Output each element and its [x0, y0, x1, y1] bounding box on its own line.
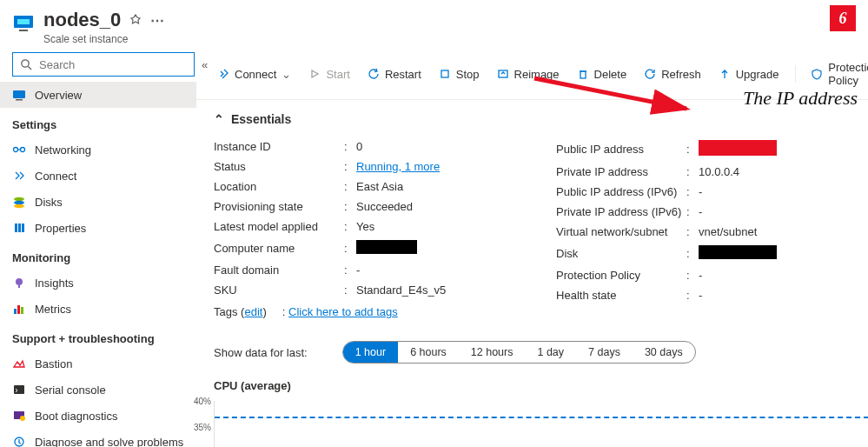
stop-icon — [439, 68, 451, 80]
pubip-value — [699, 140, 868, 158]
instance-id-value: 0 — [356, 140, 539, 153]
shield-icon — [811, 68, 823, 80]
vnet-label: Virtual network/subnet — [556, 225, 686, 238]
restart-button[interactable]: Restart — [361, 64, 428, 84]
connect-icon — [12, 169, 26, 183]
sidebar-item-metrics[interactable]: Metrics — [0, 296, 196, 322]
vm-icon — [12, 88, 26, 102]
privip-label: Private IP address — [556, 165, 686, 178]
cpu-chart[interactable]: 30%35%40% — [214, 401, 868, 447]
sidebar-item-label: Insights — [35, 277, 74, 290]
prov-state-value: Succeeded — [356, 200, 539, 213]
sidebar-item-connect[interactable]: Connect — [0, 163, 196, 189]
chevron-down-icon: ⌄ — [282, 68, 291, 81]
disk-value — [699, 245, 868, 262]
network-icon — [12, 143, 26, 157]
computer-name-label: Computer name — [214, 242, 344, 255]
stop-button[interactable]: Stop — [432, 64, 487, 84]
insights-icon — [12, 276, 26, 290]
tags-edit-link[interactable]: edit — [244, 305, 262, 318]
play-icon — [308, 68, 321, 80]
bastion-icon — [12, 357, 26, 370]
svg-rect-21 — [14, 385, 24, 394]
toolbar-separator — [795, 65, 796, 83]
svg-rect-14 — [18, 224, 21, 232]
health-label: Health state — [556, 289, 686, 302]
svg-point-12 — [14, 204, 24, 208]
upgrade-button[interactable]: Upgrade — [712, 64, 786, 84]
refresh-button[interactable]: Refresh — [637, 64, 708, 84]
sidebar-item-label: Networking — [35, 143, 91, 157]
health-value: - — [699, 289, 868, 302]
sidebar-item-diagnose-problems[interactable]: Diagnose and solve problems — [0, 429, 196, 447]
tags-row: Tags (edit) : Click here to add tags — [214, 300, 539, 318]
sidebar-section-monitoring: Monitoring — [0, 241, 196, 270]
essentials-toggle[interactable]: ⌃ Essentials — [214, 112, 868, 126]
sidebar-item-label: Overview — [35, 89, 82, 102]
protection-policy-button[interactable]: Protection Policy — [804, 57, 868, 90]
boot-diag-icon — [12, 409, 26, 423]
time-range-option[interactable]: 6 hours — [398, 342, 459, 363]
chart-series-line — [215, 417, 868, 418]
disk-label: Disk — [556, 247, 686, 260]
sidebar-item-insights[interactable]: Insights — [0, 270, 196, 296]
sidebar-section-settings: Settings — [0, 108, 196, 137]
sidebar-item-label: Boot diagnostics — [35, 410, 117, 423]
metrics-icon — [12, 302, 26, 316]
diagnose-icon — [12, 435, 26, 447]
time-range-option[interactable]: 1 day — [525, 342, 576, 363]
time-range-option[interactable]: 12 hours — [459, 342, 526, 363]
pubip6-value: - — [699, 185, 868, 198]
sidebar-item-label: Connect — [35, 170, 76, 183]
svg-rect-6 — [16, 99, 23, 101]
sidebar-search[interactable] — [12, 52, 195, 77]
sidebar-item-serial-console[interactable]: Serial console — [0, 377, 196, 403]
sidebar-item-label: Serial console — [35, 384, 106, 397]
tags-add-link[interactable]: Click here to add tags — [288, 305, 398, 318]
fault-domain-label: Fault domain — [214, 264, 344, 277]
time-range-option[interactable]: 30 days — [633, 342, 695, 363]
protpol-label: Protection Policy — [556, 269, 686, 282]
time-range-option[interactable]: 7 days — [576, 342, 633, 363]
svg-rect-20 — [21, 307, 23, 314]
annotation-text: The IP address — [743, 87, 858, 110]
delete-button[interactable]: Delete — [570, 64, 634, 84]
svg-rect-13 — [15, 224, 17, 232]
main-content: Connect ⌄ Start Restart Stop Reimage — [196, 52, 868, 447]
essentials-section: ⌃ Essentials Instance ID:0 Status:Runnin… — [196, 100, 868, 327]
sidebar-item-overview[interactable]: Overview — [0, 82, 196, 108]
sidebar-item-label: Diagnose and solve problems — [35, 436, 183, 448]
sidebar-item-label: Metrics — [35, 303, 71, 316]
sidebar-item-boot-diagnostics[interactable]: Boot diagnostics — [0, 403, 196, 429]
protpol-value: - — [699, 269, 868, 282]
y-tick-label: 35% — [194, 423, 211, 432]
start-button[interactable]: Start — [301, 64, 356, 84]
status-value[interactable]: Running, 1 more — [356, 160, 539, 173]
sidebar-item-disks[interactable]: Disks — [0, 189, 196, 215]
svg-rect-2 — [19, 30, 28, 31]
time-range-row: Show data for last: 1 hour6 hours12 hour… — [196, 327, 868, 370]
privip-value: 10.0.0.4 — [699, 165, 868, 178]
chart-title: CPU (average) — [214, 379, 868, 392]
privip6-label: Private IP address (IPv6) — [556, 205, 686, 218]
connect-button[interactable]: Connect ⌄ — [210, 64, 298, 84]
location-value: East Asia — [356, 180, 539, 193]
svg-point-10 — [14, 197, 24, 201]
time-range-option[interactable]: 1 hour — [343, 342, 398, 363]
search-input[interactable] — [37, 57, 187, 72]
svg-rect-27 — [441, 70, 448, 77]
svg-point-7 — [14, 148, 18, 152]
model-applied-value: Yes — [356, 220, 539, 233]
plug-icon — [217, 68, 229, 80]
reimage-button[interactable]: Reimage — [490, 64, 567, 84]
sidebar-item-properties[interactable]: Properties — [0, 215, 196, 241]
svg-rect-18 — [14, 309, 17, 314]
pin-icon[interactable] — [129, 9, 142, 31]
more-icon[interactable]: ⋯ — [150, 12, 164, 29]
cpu-chart-block: CPU (average) 30%35%40% — [196, 370, 868, 447]
sidebar-item-bastion[interactable]: Bastion — [0, 350, 196, 377]
svg-rect-29 — [580, 71, 586, 78]
sidebar-item-networking[interactable]: Networking — [0, 137, 196, 163]
resource-header: nodes_0 ⋯ Scale set instance — [0, 0, 868, 52]
svg-point-23 — [20, 416, 25, 421]
